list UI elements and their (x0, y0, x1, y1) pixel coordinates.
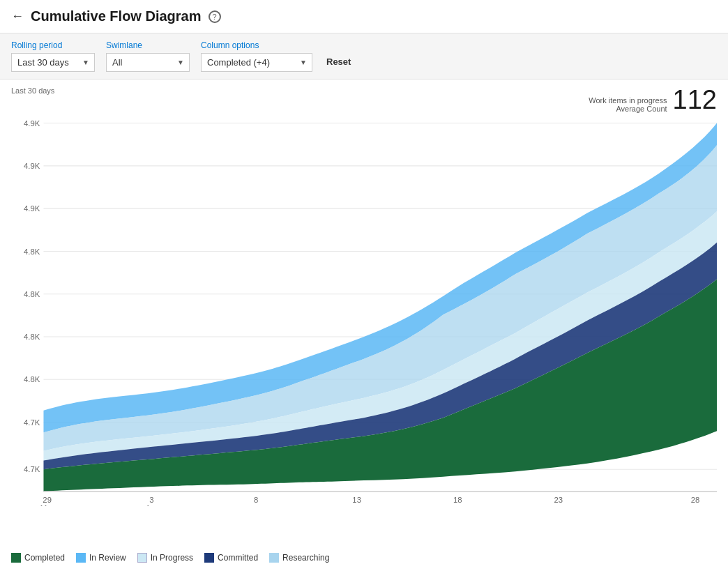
chart-period-label: Last 30 days (11, 86, 54, 95)
svg-text:4.7K: 4.7K (24, 465, 40, 473)
legend-item-in-progress: In Progress (137, 553, 193, 563)
legend-label-researching: Researching (282, 553, 329, 563)
column-options-select[interactable]: Completed (+4) Completed (+3) All (201, 53, 312, 72)
back-icon: ← (11, 9, 24, 24)
rolling-period-wrapper: Last 30 days Last 14 days Last 7 days ▼ (11, 53, 95, 72)
svg-text:4.8K: 4.8K (24, 248, 40, 256)
researching-color-swatch (269, 553, 279, 563)
svg-text:3: 3 (149, 496, 153, 504)
reset-button[interactable]: Reset (324, 52, 354, 71)
swimlane-select[interactable]: All Backlog Sprint (106, 53, 190, 72)
svg-text:Apr: Apr (146, 504, 158, 506)
svg-text:23: 23 (554, 496, 563, 504)
page-title: Cumulative Flow Diagram (31, 8, 202, 24)
legend-item-completed: Completed (11, 553, 65, 563)
chart-svg: 4.9K 4.9K 4.9K 4.8K 4.8K 4.8K 4.8K 4.7K … (11, 116, 717, 506)
header: ← Cumulative Flow Diagram ? (0, 0, 728, 33)
svg-text:28: 28 (691, 496, 700, 504)
column-options-label: Column options (201, 40, 312, 50)
swimlane-group: Swimlane All Backlog Sprint ▼ (106, 40, 190, 72)
svg-text:4.7K: 4.7K (24, 418, 40, 427)
chart-stat-count: 112 (673, 86, 717, 113)
back-button[interactable]: ← (11, 9, 24, 24)
svg-text:4.9K: 4.9K (24, 119, 40, 128)
in-progress-color-swatch (137, 553, 147, 563)
svg-text:4.8K: 4.8K (24, 375, 40, 383)
rolling-period-select[interactable]: Last 30 days Last 14 days Last 7 days (11, 53, 95, 72)
rolling-period-group: Rolling period Last 30 days Last 14 days… (11, 40, 95, 72)
legend-label-completed: Completed (24, 553, 65, 563)
help-icon[interactable]: ? (208, 10, 221, 23)
legend-item-in-review: In Review (76, 553, 126, 563)
legend-label-in-progress: In Progress (151, 553, 193, 563)
legend-item-committed: Committed (204, 553, 258, 563)
svg-text:29: 29 (43, 496, 52, 504)
chart-stat-sublabel: Average Count (589, 105, 667, 113)
svg-text:13: 13 (352, 496, 361, 504)
rolling-period-label: Rolling period (11, 40, 95, 50)
page: ← Cumulative Flow Diagram ? Rolling peri… (0, 0, 728, 571)
chart-area: 4.9K 4.9K 4.9K 4.8K 4.8K 4.8K 4.8K 4.7K … (11, 116, 717, 506)
chart-stat-label: Work items in progress (589, 96, 667, 105)
svg-text:4.9K: 4.9K (24, 162, 40, 170)
swimlane-wrapper: All Backlog Sprint ▼ (106, 53, 190, 72)
column-options-group: Column options Completed (+4) Completed … (201, 40, 312, 72)
svg-text:18: 18 (453, 496, 462, 504)
legend-item-researching: Researching (269, 553, 329, 563)
legend-label-committed: Committed (218, 553, 258, 563)
svg-text:4.8K: 4.8K (24, 333, 40, 341)
legend-label-in-review: In Review (89, 553, 126, 563)
in-review-color-swatch (76, 553, 86, 563)
svg-text:8: 8 (254, 496, 258, 504)
committed-color-swatch (204, 553, 214, 563)
svg-text:4.9K: 4.9K (24, 204, 40, 213)
completed-color-swatch (11, 553, 21, 563)
chart-header: Last 30 days Work items in progress Aver… (11, 86, 717, 113)
chart-stat: Work items in progress Average Count 112 (589, 86, 717, 113)
column-options-wrapper: Completed (+4) Completed (+3) All ▼ (201, 53, 312, 72)
chart-container: Last 30 days Work items in progress Aver… (0, 79, 728, 545)
chart-legend: Completed In Review In Progress Committe… (0, 545, 728, 571)
swimlane-label: Swimlane (106, 40, 190, 50)
svg-text:4.8K: 4.8K (24, 290, 40, 298)
svg-text:Mar: Mar (40, 504, 54, 506)
controls-bar: Rolling period Last 30 days Last 14 days… (0, 33, 728, 79)
